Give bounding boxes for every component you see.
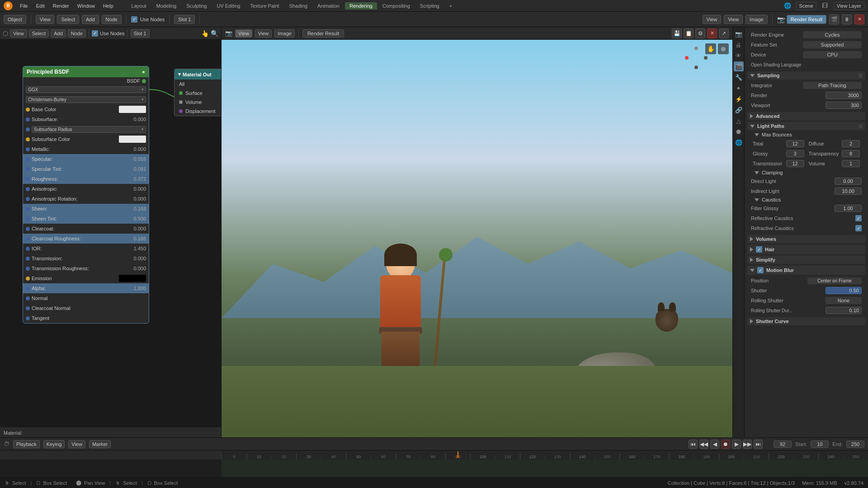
overlay-hand-btn[interactable]: ✋ (705, 43, 716, 54)
scene-name[interactable]: Scene (796, 2, 816, 10)
menu-file[interactable]: File (16, 2, 32, 9)
prop-icon-output[interactable]: 🖨 (734, 40, 744, 50)
jump-start-btn[interactable]: ⏮ (689, 440, 698, 449)
shutter-curve-header[interactable]: Shutter Curve (747, 317, 865, 325)
mb-position-field[interactable]: Center on Frame (807, 277, 862, 284)
mode-object-btn[interactable]: Object (4, 15, 26, 24)
volumes-header[interactable]: Volumes (747, 235, 865, 243)
max-bounces-header[interactable]: Max Bounces (747, 131, 865, 138)
step-back-btn[interactable]: ◀◀ (699, 440, 708, 449)
select-btn[interactable]: Select (57, 15, 79, 24)
ned-add-btn[interactable]: Add (51, 29, 66, 38)
bounce-volume-val[interactable]: 1 (842, 160, 860, 167)
bounce-diffuse-val[interactable]: 2 (842, 140, 860, 147)
render-close-btn[interactable]: ✕ (854, 14, 864, 24)
menu-window[interactable]: Window (74, 2, 99, 9)
tab-texture-paint[interactable]: Texture Paint (245, 2, 283, 9)
menu-edit[interactable]: Edit (33, 2, 48, 9)
refractive-caustics-cb[interactable]: ✓ (855, 225, 862, 231)
bsdf-distribution-dropdown[interactable]: GGX ▾ (26, 86, 146, 93)
ned-view-btn[interactable]: View (10, 29, 27, 38)
prop-icon-object-data[interactable]: △ (734, 116, 744, 126)
use-nodes-checkbox[interactable]: ✓ (131, 16, 137, 23)
render-fullscreen-btn[interactable]: ↗ (719, 28, 729, 38)
render-result-tab[interactable]: Render Result (302, 29, 344, 38)
tab-modeling[interactable]: Modeling (152, 2, 181, 9)
prop-icon-scene[interactable]: 📷 (734, 29, 744, 39)
play-back-btn[interactable]: ◀ (710, 440, 719, 449)
view-btn2[interactable]: View (703, 15, 722, 24)
indirect-light-val[interactable]: 10.00 (835, 188, 862, 195)
tab-animation[interactable]: Animation (313, 2, 344, 9)
integrator-field[interactable]: Path Tracing (803, 82, 862, 89)
current-frame-display[interactable]: 92 (774, 441, 792, 448)
socket-specular-tint[interactable]: Specular Tint: 0.091 (23, 164, 149, 174)
menu-help[interactable]: Help (99, 2, 117, 9)
ned-use-nodes-cb[interactable]: ✓ (92, 30, 98, 37)
render-save-btn[interactable]: 💾 (672, 28, 682, 38)
render-close-btn[interactable]: ✕ (707, 28, 717, 38)
tab-scripting[interactable]: Scripting (415, 2, 444, 9)
step-forward-btn[interactable]: ▶▶ (743, 440, 752, 449)
hair-enable-cb[interactable]: ✓ (756, 246, 762, 253)
prop-icon-material[interactable]: ⬟ (734, 127, 744, 136)
tab-layout[interactable]: Layout (127, 2, 151, 9)
prop-icon-particles[interactable]: ✦ (734, 83, 744, 93)
socket-roughness[interactable]: Roughness: 0.372 (23, 174, 149, 184)
overlay-display-btn[interactable]: ⊕ (718, 43, 729, 54)
ned-node-btn[interactable]: Node (68, 29, 86, 38)
add-btn[interactable]: Add (82, 15, 99, 24)
socket-swatch-emission[interactable] (119, 275, 146, 282)
socket-alpha[interactable]: Alpha: 1.000 (23, 283, 149, 293)
tab-compositing[interactable]: Compositing (378, 2, 415, 9)
tab-add[interactable]: + (445, 2, 457, 9)
render-result-btn[interactable]: Render Result (787, 15, 826, 24)
bounce-transparency-val[interactable]: 8 (842, 150, 860, 157)
prop-icon-modifier[interactable]: 🔧 (734, 72, 744, 82)
device-field[interactable]: CPU (803, 51, 862, 58)
render-btn-2[interactable]: ⏸ (842, 14, 852, 24)
keying-btn[interactable]: Keying (43, 440, 65, 448)
marker-btn[interactable]: Marker (89, 440, 111, 448)
hair-header[interactable]: ✓ Hair (747, 245, 865, 254)
view-btn[interactable]: View (36, 15, 55, 24)
simplify-header[interactable]: Simplify (747, 256, 865, 264)
mb-rolling-dur-field[interactable]: 0.10 (826, 307, 862, 314)
bsdf-subsurf-dropdown[interactable]: Christensen-Burley ▾ (26, 96, 146, 103)
feature-set-field[interactable]: Supported (803, 41, 862, 48)
render-view2-btn[interactable]: View (255, 29, 272, 38)
ned-select-btn[interactable]: Select (29, 29, 49, 38)
prop-icon-physics[interactable]: ⚡ (734, 94, 744, 104)
socket-sheen[interactable]: Sheen: 0.168 (23, 204, 149, 214)
jump-end-btn[interactable]: ⏭ (754, 440, 763, 449)
socket-clearcoat-roughness[interactable]: Clearcoat Roughness: 0.186 (23, 234, 149, 244)
mb-shutter-field[interactable]: 0.50 (826, 287, 862, 294)
prop-icon-view[interactable]: 👁 (734, 51, 744, 61)
render-btn-1[interactable]: 🎬 (829, 14, 839, 24)
caustics-header[interactable]: Caustics (747, 196, 865, 203)
view-timeline-btn[interactable]: View (68, 440, 85, 448)
ned-slot-btn[interactable]: Slot 1 (131, 29, 150, 38)
socket-swatch-subsurf-color[interactable] (119, 136, 146, 143)
socket-swatch-base-color[interactable] (119, 106, 146, 113)
render-image-btn[interactable]: Image (274, 29, 295, 38)
render-engine-field[interactable]: Cycles (803, 31, 862, 38)
node-canvas[interactable]: ▾ Material Out All Surface Volume Displa… (0, 40, 221, 427)
render-samples-field[interactable]: 3000 (826, 92, 862, 99)
filter-glossy-val[interactable]: 1.00 (835, 205, 862, 212)
end-frame-display[interactable]: 250 (846, 441, 864, 448)
advanced-header[interactable]: Advanced (747, 112, 865, 120)
direct-light-val[interactable]: 0.00 (835, 178, 862, 185)
bounce-total-val[interactable]: 12 (786, 140, 804, 147)
render-copy-btn[interactable]: 📋 (684, 28, 693, 38)
prop-icon-world[interactable]: 🌐 (734, 137, 744, 147)
viewport-samples-field[interactable]: 300 (826, 102, 862, 109)
reflective-caustics-cb[interactable]: ✓ (855, 215, 862, 221)
clamping-header[interactable]: Clamping (747, 169, 865, 176)
tab-sculpting[interactable]: Sculpting (182, 2, 211, 9)
prop-icon-constraints[interactable]: 🔗 (734, 105, 744, 115)
motion-blur-header[interactable]: ✓ Motion Blur (747, 266, 865, 275)
material-tab[interactable]: Material (0, 427, 221, 437)
menu-render[interactable]: Render (49, 2, 73, 9)
tab-uv-editing[interactable]: UV Editing (212, 2, 245, 9)
